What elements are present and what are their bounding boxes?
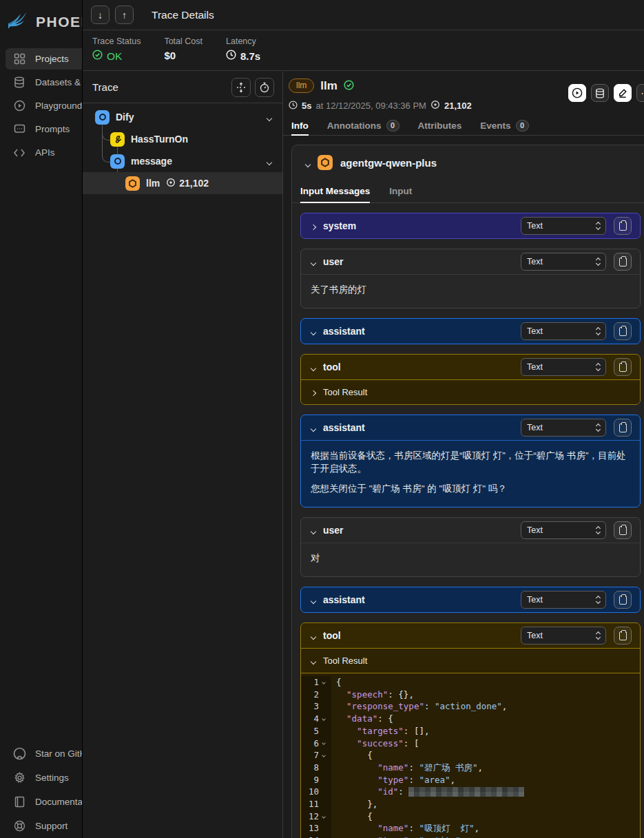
message-block-user: user Text 关了书房的灯 [300, 249, 641, 308]
llm-model-icon [318, 155, 333, 170]
tab-annotations[interactable]: Annotations 0 [327, 116, 399, 135]
message-list: system Text user [292, 203, 644, 838]
more-actions-button[interactable]: ⋯ [636, 84, 644, 102]
chevron-down-icon[interactable] [311, 423, 315, 433]
select-updown-icon [596, 596, 600, 603]
sidebar-item-documentation[interactable]: Documentation [6, 790, 82, 814]
play-circle-icon [12, 99, 26, 113]
events-count-badge: 0 [516, 120, 529, 132]
fold-toggle-icon[interactable] [319, 749, 329, 762]
tab-attributes[interactable]: Attributes [418, 116, 462, 135]
trace-details-header: ↓ ↑ Trace Details [83, 0, 644, 30]
sidebar-item-datasets[interactable]: Datasets & Ex [6, 72, 82, 93]
message-block-tool: tool Text Tool Result [300, 354, 641, 405]
code-line: 8 "name": "碧广场 书房", [301, 762, 640, 774]
copy-button[interactable] [614, 591, 632, 609]
sidebar-item-settings[interactable]: Settings [6, 766, 82, 790]
format-select[interactable]: Text [521, 419, 606, 437]
chevron-down-icon[interactable] [311, 362, 315, 373]
tree-row-message[interactable]: message [83, 150, 282, 172]
sidebar-item-apis[interactable]: APIs [6, 142, 82, 163]
chevron-down-icon[interactable] [311, 595, 315, 605]
previous-trace-button[interactable]: ↑ [115, 6, 134, 24]
annotations-count-badge: 0 [386, 120, 399, 132]
copy-button[interactable] [614, 217, 632, 235]
model-card: agentgw-qwen-plus Input Messages Input s… [291, 145, 644, 838]
sidebar-item-prompts[interactable]: Prompts [6, 118, 82, 140]
copy-button[interactable] [614, 253, 632, 271]
code-line: 14 "type": "entity", [301, 835, 640, 838]
copy-button[interactable] [614, 322, 632, 340]
format-select[interactable]: Text [521, 322, 606, 340]
clipboard-icon [619, 631, 627, 640]
tool-result-json-editor[interactable]: 1{2 "speech": {},3 "response_type": "act… [301, 673, 640, 838]
tab-info[interactable]: Info [291, 116, 309, 135]
sidebar-nav: Projects Datasets & Ex Playground Prompt… [0, 42, 82, 163]
sidebar-item-support[interactable]: Support [6, 814, 82, 838]
tool-result-toggle[interactable]: Tool Result [301, 648, 640, 673]
format-select[interactable]: Text [521, 591, 606, 609]
tree-row-hassturnon[interactable]: HassTurnOn [83, 128, 282, 150]
check-circle-icon [92, 50, 103, 63]
sidebar-item-playground[interactable]: Playground [6, 95, 82, 116]
tab-input-messages[interactable]: Input Messages [300, 180, 370, 202]
select-updown-icon [596, 364, 600, 370]
fold-toggle-icon[interactable] [319, 713, 329, 725]
clock-icon [226, 50, 236, 62]
sidebar-item-star-on-github[interactable]: Star on GitHub [6, 742, 82, 766]
copy-button[interactable] [614, 358, 632, 376]
chat-bubble-icon [12, 123, 26, 136]
replay-button[interactable] [568, 84, 586, 102]
phoenix-bird-icon [6, 8, 30, 35]
chevron-down-icon[interactable] [311, 326, 315, 337]
tab-events[interactable]: Events 0 [480, 116, 528, 135]
tree-row-llm[interactable]: llm 21,102 [83, 172, 282, 194]
tree-row-dify[interactable]: Dify [83, 106, 282, 128]
stopwatch-icon-button[interactable] [255, 78, 274, 97]
message-content: 对 [301, 543, 640, 576]
life-buoy-icon [12, 819, 26, 833]
collapse-chevron-icon[interactable] [306, 158, 310, 169]
dataset-button[interactable] [591, 84, 609, 102]
format-select[interactable]: Text [521, 217, 606, 235]
token-count: 21,102 [179, 178, 209, 189]
code-line: 12 { [301, 810, 640, 823]
fold-toggle-icon [319, 762, 329, 774]
fold-toggle-icon[interactable] [319, 737, 329, 750]
trace-tree-title: Trace [92, 81, 227, 93]
sidebar-item-projects[interactable]: Projects [6, 48, 82, 70]
copy-button[interactable] [614, 521, 632, 539]
format-select[interactable]: Text [521, 627, 606, 645]
next-trace-button[interactable]: ↓ [91, 6, 110, 24]
message-block-assistant: assistant Text 根据当前设备状态，书房区域的灯是“吸顶灯 灯”，位… [300, 415, 641, 507]
chevron-down-icon[interactable] [311, 257, 315, 267]
fold-toggle-icon [319, 725, 329, 737]
tool-result-toggle[interactable]: Tool Result [301, 379, 640, 404]
chevron-right-icon[interactable] [311, 221, 315, 231]
copy-button[interactable] [614, 419, 632, 437]
fold-toggle-icon [319, 835, 329, 838]
code-brackets-icon [12, 146, 26, 160]
format-select[interactable]: Text [521, 521, 606, 539]
edit-annotation-button[interactable] [614, 84, 632, 102]
format-select[interactable]: Text [521, 253, 606, 271]
chevron-down-icon[interactable] [267, 156, 271, 167]
expand-all-button[interactable] [231, 78, 251, 97]
copy-button[interactable] [614, 627, 632, 645]
panel-title: Trace Details [152, 9, 214, 21]
chevron-down-icon[interactable] [311, 631, 315, 641]
tab-input[interactable]: Input [389, 180, 412, 202]
code-line: 6 "success": [ [301, 737, 640, 750]
token-count-icon [430, 100, 440, 112]
clipboard-icon [619, 222, 627, 231]
chevron-down-icon[interactable] [267, 112, 271, 123]
chevron-down-icon[interactable] [311, 525, 315, 536]
fold-toggle-icon [319, 786, 329, 798]
message-block-system: system Text [300, 213, 641, 239]
fold-toggle-icon[interactable] [319, 810, 329, 823]
message-content: 根据当前设备状态，书房区域的灯是“吸顶灯 灯”，位于“碧广场 书房”，目前处于开… [301, 440, 640, 507]
code-line: 4 "data": { [301, 713, 640, 725]
app-logo[interactable]: PHOENIX [0, 0, 82, 42]
format-select[interactable]: Text [521, 358, 606, 376]
fold-toggle-icon[interactable] [319, 676, 329, 689]
